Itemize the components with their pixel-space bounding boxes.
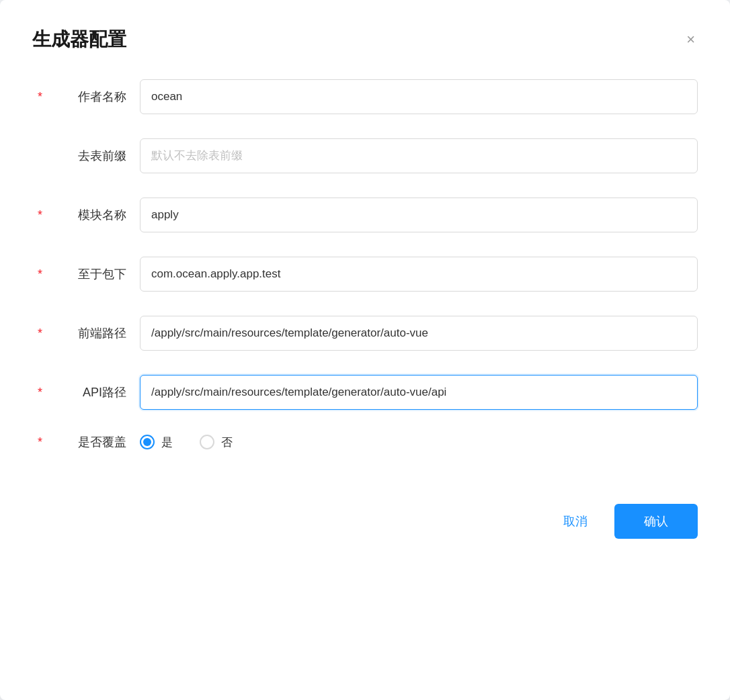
api-path-label: API路径 (32, 384, 140, 400)
override-row: 是否覆盖 是 否 (32, 434, 698, 450)
package-label: 至于包下 (32, 266, 140, 282)
frontend-path-row: 前端路径 (32, 316, 698, 351)
package-input[interactable] (140, 257, 698, 292)
override-no-label: 否 (221, 435, 233, 450)
generator-config-dialog: 生成器配置 × 作者名称 去表前缀 模块名称 至于包下 前端路径 (0, 0, 730, 700)
close-button[interactable]: × (684, 30, 698, 50)
api-path-input[interactable] (140, 375, 698, 410)
override-no-option[interactable]: 否 (200, 435, 233, 450)
frontend-path-label: 前端路径 (32, 325, 140, 341)
dialog-header: 生成器配置 × (32, 27, 698, 52)
override-no-radio[interactable] (200, 435, 214, 449)
cancel-button[interactable]: 取消 (550, 505, 601, 537)
dialog-footer: 取消 确认 (32, 490, 698, 539)
module-name-row: 模块名称 (32, 198, 698, 232)
table-prefix-label: 去表前缀 (32, 148, 140, 164)
module-name-label: 模块名称 (32, 207, 140, 223)
dialog-body: 作者名称 去表前缀 模块名称 至于包下 前端路径 API路径 (32, 79, 698, 450)
api-path-row: API路径 (32, 375, 698, 410)
dialog-title: 生成器配置 (32, 27, 126, 52)
author-input[interactable] (140, 79, 698, 114)
override-yes-label: 是 (161, 435, 173, 450)
author-label: 作者名称 (32, 89, 140, 105)
override-yes-option[interactable]: 是 (140, 435, 173, 450)
confirm-button[interactable]: 确认 (614, 504, 698, 539)
table-prefix-input[interactable] (140, 138, 698, 173)
override-yes-radio[interactable] (140, 435, 155, 449)
package-row: 至于包下 (32, 257, 698, 292)
override-radio-group: 是 否 (140, 435, 233, 450)
frontend-path-input[interactable] (140, 316, 698, 351)
table-prefix-row: 去表前缀 (32, 138, 698, 173)
override-label: 是否覆盖 (32, 434, 140, 450)
module-name-input[interactable] (140, 198, 698, 232)
author-row: 作者名称 (32, 79, 698, 114)
